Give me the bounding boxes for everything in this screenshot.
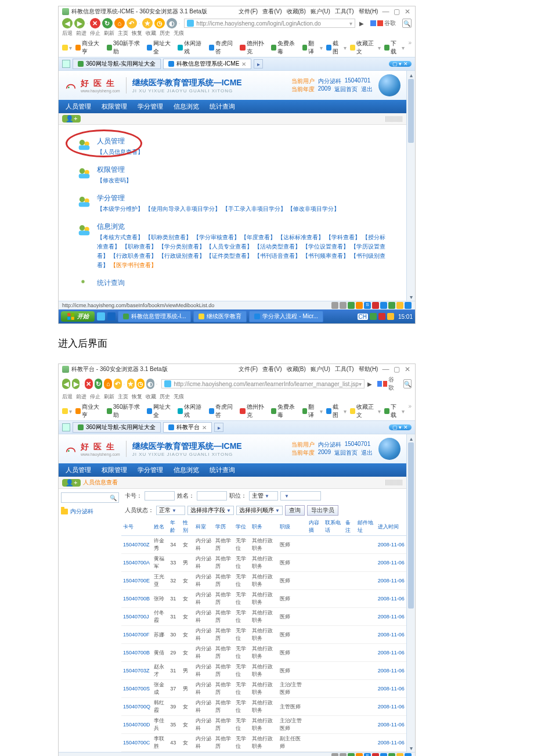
section-title[interactable]: 信息浏览 (97, 222, 389, 232)
bookmark-translate[interactable]: 翻译▾ (302, 39, 323, 56)
minimize-icon[interactable]: — (381, 8, 389, 16)
address-bar[interactable]: http://icme.haoyisheng.com/login/LoginAc… (184, 19, 355, 28)
back-icon[interactable]: ◀ (62, 18, 73, 28)
post-select[interactable]: 主管▼ (249, 491, 278, 501)
nav-stats[interactable]: 统计查询 (210, 102, 235, 111)
column-header[interactable]: 科室 (194, 518, 214, 536)
export-button[interactable]: 导出学员 (307, 505, 338, 516)
bookmark-item[interactable]: 免费杀毒 (271, 403, 299, 419)
table-row[interactable]: 15040700Z许金秀34女内分泌科其他学历无学位其他行政职务医师2008-1… (121, 536, 406, 554)
section-link[interactable]: 【人员信息查看】 (97, 149, 143, 155)
search-icon[interactable]: 🔍 (403, 379, 412, 388)
tray-icon[interactable] (405, 753, 412, 756)
maximize-icon[interactable]: ▢ (392, 365, 400, 373)
new-tab-icon[interactable]: ▸ (254, 59, 263, 69)
back-icon[interactable]: ◀ (62, 379, 70, 389)
tab-active[interactable]: 科教平台 ✕ (163, 422, 212, 433)
go-icon[interactable]: ▶ (366, 381, 373, 387)
nav-info[interactable]: 信息浏览 (174, 102, 199, 111)
section-link[interactable]: 【职称查看】 (122, 243, 157, 250)
sidebar-folder[interactable]: 内分泌科 (61, 507, 119, 516)
search-icon[interactable]: 🔍 (402, 19, 412, 28)
column-header[interactable]: 学位 (234, 518, 250, 536)
tray-icon[interactable] (340, 302, 347, 309)
vertical-scrollbar[interactable]: ▴ ▾ (406, 434, 415, 752)
bookmark-item[interactable]: 休闲游戏 (178, 39, 205, 56)
table-row[interactable]: 15040700C李联胜43女内分泌科其他学历无学位其他行政职务副主任医师200… (121, 734, 406, 752)
tab-close-icon[interactable]: ✕ (202, 424, 207, 431)
systray-icon[interactable] (378, 313, 385, 320)
forward-icon[interactable]: ▶ (72, 379, 80, 389)
bookmark-item[interactable]: 德州扑克 (240, 403, 268, 419)
bookmark-item[interactable]: 360新手求助 (107, 39, 143, 56)
scroll-up-icon[interactable]: ▴ (407, 71, 415, 79)
name-input[interactable] (197, 491, 227, 501)
section-link[interactable]: 【学科查看】 (326, 234, 360, 240)
tray-icon[interactable] (356, 753, 363, 756)
bookmark-item[interactable]: 商业大亨 (75, 39, 103, 56)
menu-help[interactable]: 帮助(H) (359, 365, 378, 373)
exit-link[interactable]: 退出 (361, 449, 373, 457)
table-row[interactable]: 15040700D李佳兵35女内分泌科其他学历无学位其他行政职务主治/主管医师2… (121, 716, 406, 734)
tray-icon[interactable] (405, 302, 412, 309)
close-icon[interactable]: ✕ (403, 365, 412, 373)
section-link[interactable]: 【行政级别查看】 (158, 253, 205, 259)
start-button[interactable]: 开始 (61, 311, 95, 322)
back-home-link[interactable]: 返回首页 (334, 449, 358, 457)
maximize-icon[interactable]: ▢ (392, 8, 400, 16)
section-link[interactable]: 【证件类型查看】 (206, 253, 252, 259)
menu-help[interactable]: 帮助(H) (359, 8, 378, 16)
nav-credit[interactable]: 学分管理 (138, 466, 163, 474)
nav-credit[interactable]: 学分管理 (138, 102, 163, 111)
column-header[interactable]: 职务 (250, 518, 278, 536)
section-link[interactable]: 【人员专业查看】 (206, 243, 252, 250)
menu-file[interactable]: 文件(F) (239, 365, 258, 373)
menu-view[interactable]: 查看(V) (262, 365, 282, 373)
quicklaunch-icon[interactable] (107, 312, 116, 321)
bookmark-item[interactable]: ▾ (62, 408, 72, 415)
nav-stats[interactable]: 统计查询 (210, 466, 235, 474)
column-header[interactable]: 进入时间 (376, 518, 406, 536)
tray-icon[interactable] (396, 302, 403, 309)
sort-field-select[interactable]: 选择排序字段▼ (187, 506, 234, 515)
systray-icon[interactable] (370, 313, 377, 320)
tray-icon[interactable]: S (364, 302, 371, 309)
nav-info[interactable]: 信息浏览 (174, 466, 199, 474)
tray-icon[interactable] (340, 753, 347, 756)
add-button[interactable]: 👤+ (62, 115, 81, 123)
table-row[interactable]: 15040700B黄倩29女内分泌科其他学历无学位其他行政职务医师2008-11… (121, 644, 406, 662)
new-tab-icon[interactable]: ▸ (214, 423, 223, 432)
reload-icon[interactable]: ↻ (95, 379, 103, 389)
search-engine-select[interactable]: 谷歌 (377, 376, 397, 392)
systray-icon[interactable] (387, 313, 394, 320)
tray-icon[interactable] (356, 302, 363, 309)
tray-icon[interactable] (396, 753, 403, 756)
table-row[interactable]: 15040700Q韩红霞39女内分泌科其他学历无学位其他行政职务主管医师2008… (121, 698, 406, 716)
tab-active[interactable]: 科教信息管理系统-ICME ✕ (163, 59, 251, 69)
favorites-icon[interactable]: ★ (142, 18, 153, 28)
go-icon[interactable]: ▶ (357, 20, 366, 27)
section-link[interactable]: 【考核方式查看】 (97, 234, 143, 240)
table-row[interactable]: 15040703Z赵永才31男内分泌科其他学历无学位其他行政职务医师2008-1… (121, 662, 406, 680)
bookmark-download[interactable]: 下载▾ (384, 403, 405, 419)
taskbar-item[interactable]: 继续医学教育 (193, 311, 247, 322)
section-title[interactable]: 统计查询 (97, 278, 389, 288)
quicklaunch-icon[interactable] (97, 312, 105, 321)
bookmark-screenshot[interactable]: 截图▾ (326, 39, 347, 56)
menu-file[interactable]: 文件(F) (239, 8, 258, 16)
sort-order-select[interactable]: 选择排列顺序▼ (236, 506, 283, 515)
tab-inactive[interactable]: 360网址导航-实用网址大全 (73, 59, 161, 69)
table-row[interactable]: 15040700S张金成37男内分泌科其他学历无学位其他行政职务主治/主管医师2… (121, 680, 406, 698)
column-header[interactable]: 卡号 (121, 518, 152, 536)
tab-restore-icon[interactable] (62, 423, 70, 431)
section-link[interactable]: 【手工录入非项目学分】 (222, 206, 286, 212)
column-header[interactable]: 职级 (278, 518, 307, 536)
table-row[interactable]: 15040700J付冬霞31女内分泌科其他学历无学位其他行政职务医师2008-1… (121, 608, 406, 626)
column-header[interactable]: 姓名 (152, 518, 168, 536)
tray-icon[interactable]: S (364, 753, 371, 756)
section-link[interactable]: 【学分类别查看】 (158, 243, 205, 250)
sidebar-search[interactable]: 🔍 (61, 492, 119, 503)
tray-icon[interactable] (388, 302, 395, 309)
bookmark-item[interactable]: 360新手求助 (107, 403, 143, 419)
tab-tools-icon[interactable]: ▢ ▾ ✕ (389, 424, 412, 430)
